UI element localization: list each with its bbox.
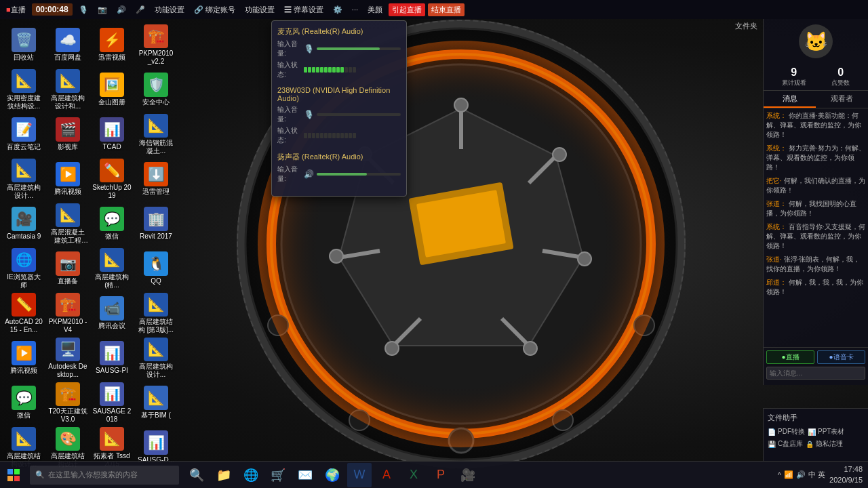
desktop-icon-4[interactable]: 📐实用密度建筑结构设... [3,68,45,111]
desktop-icon-33[interactable]: 🏗️T20天正建筑V3.0 [47,381,89,424]
system-clock[interactable]: 17:48 2020/9/15 [829,464,863,485]
fa-cdrive-label: C盘店库 [778,439,803,449]
tray-volume[interactable]: 🔊 [796,470,806,479]
search-icon: 🔍 [35,470,45,479]
desktop-icon-8[interactable]: 📝百度云笔记 [3,113,45,156]
topbar-invite[interactable]: 引起直播 [389,3,425,16]
desktop-icon-13[interactable]: ▶️腾讯视频 [47,157,89,201]
vol-slider-1[interactable] [317,47,401,50]
desktop-icon-16[interactable]: 🎥Camtasia 9 [3,202,45,245]
topbar-camera[interactable]: 📷 [94,4,111,16]
icon-label-18: 微信 [105,232,119,241]
tb-live[interactable]: 🎥 [456,463,480,487]
tb-chrome[interactable]: 🌍 [320,463,344,487]
tb-explorer[interactable]: 📁 [212,463,236,487]
desktop-icon-1[interactable]: ☁️百度网盘 [47,23,89,66]
tab-viewers[interactable]: 观看者 [816,91,868,108]
topbar-settings[interactable]: 功能设置 [151,3,188,16]
desktop-icon-7[interactable]: 🛡️安全中心 [135,68,177,111]
fa-ppt[interactable]: 📊 PPT表材 [808,427,844,436]
icon-label-11: 海信钢筋混凝土... [136,139,176,155]
start-button[interactable] [0,462,27,489]
live-btn-row: ●直播 ●语音卡 [766,350,865,364]
desktop-icon-9[interactable]: 🎬影视库 [47,113,89,156]
tb-ppt[interactable]: P [429,463,453,487]
desktop-icon-18[interactable]: 💬微信 [91,202,133,245]
desktop-icon-12[interactable]: 📐高层建筑构设计... [3,157,45,201]
taskbar-search[interactable]: 🔍 在这里输入你想搜索的内容 [30,466,179,485]
desktop-icon-29[interactable]: 🖥️Autodesk Desktop... [47,336,89,380]
icon-image-22: 📐 [100,248,124,272]
desktop-icon-0[interactable]: 🗑️回收站 [3,23,45,66]
desktop-icon-27[interactable]: 📐高层建筑结构 [第3版]... [135,291,177,335]
icon-image-27: 📐 [144,293,168,317]
vc-btn[interactable]: ●语音卡 [817,350,865,364]
desktop-icon-6[interactable]: 🖼️金山图册 [91,68,133,111]
desktop-icon-17[interactable]: 📐高层混凝土建筑工程练... [47,202,89,245]
topbar-features[interactable]: 功能设置 [241,3,278,16]
desktop-icon-34[interactable]: 📊SAUSAGE 2018 [91,381,133,424]
topbar-beauty[interactable]: 美颜 [364,3,386,16]
fa-pdf[interactable]: 📄 PDF转换 [768,427,805,436]
tb-word[interactable]: W [347,463,372,487]
tb-store[interactable]: 🛒 [266,463,290,487]
followers-label: 累计观看 [782,79,806,87]
fa-cdrive[interactable]: 💾 C盘店库 [768,439,803,449]
desktop-icon-5[interactable]: 📐高层建筑构设计和... [47,68,89,111]
desktop-icon-26[interactable]: 📹腾讯会议 [91,291,133,335]
desktop-icon-19[interactable]: 🏢Revit 2017 [135,202,177,245]
desktop-icon-3[interactable]: 🏗️PKPM2010 _v2.2 [135,23,177,66]
desktop-icon-15[interactable]: ⬇️迅雷管理 [135,157,177,201]
message-input[interactable] [766,367,865,380]
tb-edge[interactable]: 🌐 [239,463,263,487]
topbar-more[interactable]: ··· [349,4,361,15]
msg-user-3: 把它· [766,177,782,184]
topbar-speaker[interactable]: 🔊 [113,4,130,16]
desktop-icon-11[interactable]: 📐海信钢筋混凝土... [135,113,177,156]
topbar-mic2[interactable]: 🎤 [132,4,149,16]
topbar-mic[interactable]: 🎙️ [75,4,92,16]
topbar-gift[interactable]: ⚙️ [330,4,346,16]
desktop-icon-35[interactable]: 📐基于BIM ( [135,381,177,424]
tray-network[interactable]: 📶 [784,470,793,479]
vol-slider-2[interactable] [317,113,401,116]
audio-device-3: 扬声器 (Realtek(R) Audio) 输入音量: 🔊 [277,152,401,184]
tb-excel[interactable]: X [401,463,426,487]
vol-label-3: 输入音量: [277,165,301,184]
audio-meter-2 [304,133,401,138]
icon-label-9: 影视库 [58,143,78,151]
desktop-icon-30[interactable]: 📊SAUSG-PI [91,336,133,380]
icon-image-9: 🎬 [56,117,80,142]
desktop-icon-20[interactable]: 🌐IE浏览器大师 [3,247,45,290]
desktop-icon-32[interactable]: 💬微信 [3,381,45,424]
desktop-icon-10[interactable]: 📊TCAD [91,113,133,156]
vol-slider-3[interactable] [317,173,401,176]
tb-mail[interactable]: ✉️ [293,463,317,487]
tray-ime[interactable]: 中 英 [808,470,825,480]
desktop-icon-21[interactable]: 📷直播备 [47,247,89,290]
live-status-btn[interactable]: ●直播 [766,350,814,364]
icon-image-30: 📊 [100,341,124,365]
desktop-icon-14[interactable]: ✏️SketchUp 2019 [91,157,133,201]
topbar-end-live[interactable]: 结束直播 [428,3,465,16]
fa-ppt-label: PPT表材 [818,427,844,436]
file-folder-btn[interactable]: 文件夹 [730,19,763,33]
tray-arrow[interactable]: ^ [778,471,781,479]
msg-user-4: 张道： [766,200,787,207]
desktop-icon-28[interactable]: ▶️腾讯视频 [3,336,45,380]
tb-cortana[interactable]: 🔍 [184,463,209,487]
desktop-icon-31[interactable]: 📐高层建筑构设计... [135,336,177,380]
desktop-icon-2[interactable]: ⚡迅雷视频 [91,23,133,66]
desktop-icon-23[interactable]: 🐧QQ [135,247,177,290]
topbar-bind[interactable]: 🔗 绑定账号 [191,3,239,16]
likes-count: 0 [831,66,850,79]
tab-messages[interactable]: 消息 [764,91,816,108]
ppt-icon: 📊 [808,428,816,436]
tb-autocad[interactable]: A [374,463,399,487]
desktop-icon-25[interactable]: 🏗️PKPM2010 -V4 [47,291,89,335]
desktop-icon-22[interactable]: 📐高层建筑构(精... [91,247,133,290]
icon-image-23: 🐧 [144,251,168,276]
desktop-icon-24[interactable]: 📏AutoCAD 2015 - En... [3,291,45,335]
fa-privacy[interactable]: 🔒 隐私洁理 [806,439,843,449]
topbar-danmu[interactable]: ☰ 弹幕设置 [281,3,327,16]
